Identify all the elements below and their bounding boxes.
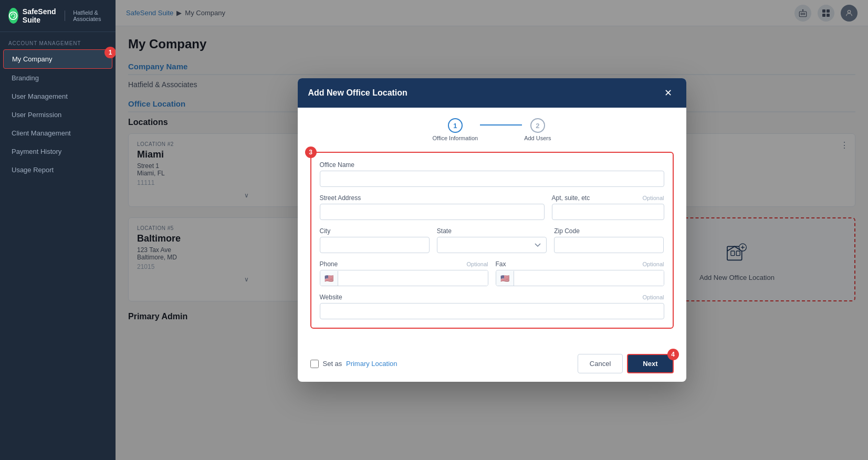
main-content: SafeSend Suite ▶ My Company [116, 0, 868, 460]
apt-label: Apt, suite, etc Optional [552, 194, 664, 202]
city-state-zip-row: City State Zip Code [320, 227, 664, 253]
step-2-circle: 2 [530, 118, 545, 133]
office-name-input[interactable] [320, 171, 664, 187]
phone-group: Phone Optional 🇺🇸 [320, 260, 488, 286]
sidebar-item-user-management[interactable]: User Management [3, 87, 112, 106]
modal-close-button[interactable]: ✕ [661, 86, 676, 100]
phone-fax-row: Phone Optional 🇺🇸 Fax Optional [320, 260, 664, 286]
modal-header: Add New Office Location ✕ [298, 78, 686, 108]
city-group: City [320, 227, 430, 253]
sidebar-item-label-client-management: Client Management [12, 129, 71, 137]
fax-flag: 🇺🇸 [496, 271, 514, 286]
street-address-input[interactable] [320, 204, 545, 220]
step-2-label: Add Users [524, 135, 551, 141]
form-section: 3 Office Name Street Address [310, 152, 674, 329]
sidebar-item-user-permission[interactable]: User Permission [3, 106, 112, 124]
zip-group: Zip Code [554, 227, 664, 253]
phone-flag: 🇺🇸 [320, 271, 338, 286]
step-1-label: Office Information [433, 135, 478, 141]
state-select[interactable] [437, 237, 547, 253]
cancel-button[interactable]: Cancel [578, 354, 623, 373]
fax-input-group: 🇺🇸 [496, 270, 664, 286]
zip-label: Zip Code [554, 227, 664, 235]
office-name-row: Office Name [320, 161, 664, 187]
svg-point-0 [9, 12, 17, 19]
app-name: SafeSend Suite [23, 7, 56, 24]
primary-location-checkbox[interactable] [310, 360, 319, 368]
office-name-label: Office Name [320, 161, 664, 169]
modal-body: 1 Office Information 2 Add Users 3 [298, 108, 686, 348]
sidebar-item-my-company[interactable]: My Company 1 [3, 49, 112, 69]
zip-input[interactable] [554, 237, 664, 253]
website-label: Website Optional [320, 294, 664, 301]
step-1: 1 Office Information [433, 118, 478, 141]
phone-input-group: 🇺🇸 [320, 270, 488, 286]
phone-label: Phone Optional [320, 260, 488, 268]
sidebar-item-client-management[interactable]: Client Management [3, 124, 112, 142]
add-office-modal: Add New Office Location ✕ 1 Office Infor… [298, 78, 686, 382]
next-button[interactable]: Next [627, 354, 673, 373]
logo-divider [65, 11, 65, 21]
sidebar: SafeSend Suite Hatfield & Associates ACC… [0, 0, 116, 460]
address-row: Street Address Apt, suite, etc Optional [320, 194, 664, 220]
sidebar-item-usage-report[interactable]: Usage Report [3, 161, 112, 179]
sidebar-item-label-user-management: User Management [12, 92, 68, 100]
modal-overlay: Add New Office Location ✕ 1 Office Infor… [116, 0, 868, 460]
website-input[interactable] [320, 303, 664, 319]
sidebar-item-branding[interactable]: Branding [3, 69, 112, 87]
footer-buttons: Cancel Next 4 [578, 354, 674, 373]
state-label: State [437, 227, 547, 235]
fax-input[interactable] [514, 270, 664, 286]
modal-title: Add New Office Location [308, 88, 407, 98]
primary-location-link[interactable]: Primary Location [346, 360, 398, 368]
fax-label: Fax Optional [496, 260, 664, 268]
badge-1: 1 [104, 47, 116, 58]
website-row: Website Optional [320, 294, 664, 319]
street-address-label: Street Address [320, 194, 545, 202]
sidebar-item-label-branding: Branding [12, 74, 39, 82]
apt-input[interactable] [552, 204, 664, 220]
badge-4: 4 [667, 349, 679, 360]
step-2: 2 Add Users [524, 118, 551, 141]
fax-group: Fax Optional 🇺🇸 [496, 260, 664, 286]
modal-footer: Set as Primary Location Cancel Next 4 [298, 348, 686, 382]
company-name-header: Hatfield & Associates [73, 9, 107, 22]
stepper: 1 Office Information 2 Add Users [310, 118, 674, 141]
sidebar-item-label-usage-report: Usage Report [12, 166, 54, 174]
sidebar-item-payment-history[interactable]: Payment History [3, 142, 112, 161]
phone-input[interactable] [338, 270, 488, 286]
office-name-group: Office Name [320, 161, 664, 187]
city-label: City [320, 227, 430, 235]
apt-group: Apt, suite, etc Optional [552, 194, 664, 220]
website-group: Website Optional [320, 294, 664, 319]
sidebar-item-label-my-company: My Company [12, 55, 53, 63]
sidebar-item-label-payment-history: Payment History [12, 148, 61, 155]
street-address-group: Street Address [320, 194, 545, 220]
primary-location-checkbox-group: Set as Primary Location [310, 360, 398, 368]
app-logo-icon [8, 8, 18, 24]
sidebar-item-label-user-permission: User Permission [12, 111, 61, 119]
sidebar-section-label: ACCOUNT MANAGEMENT [0, 32, 116, 49]
city-input[interactable] [320, 237, 430, 253]
step-1-circle: 1 [448, 118, 463, 133]
primary-location-label: Set as Primary Location [323, 360, 398, 368]
state-group: State [437, 227, 547, 253]
step-connector [480, 124, 522, 126]
sidebar-logo: SafeSend Suite Hatfield & Associates [0, 0, 116, 32]
badge-3: 3 [305, 147, 317, 158]
